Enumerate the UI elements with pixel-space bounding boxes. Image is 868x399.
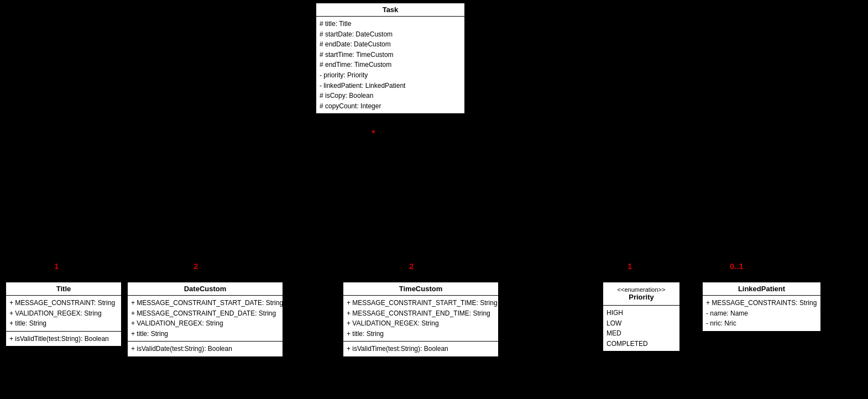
diagram-canvas: Task # title: Title # startDate: DateCus…	[0, 0, 868, 399]
class-title-attributes: + MESSAGE_CONSTRAINT: String + VALIDATIO…	[6, 296, 121, 332]
multiplicity-title: 1	[54, 261, 59, 271]
class-timecustom-methods: + isValidTime(test:String): Boolean	[343, 342, 498, 356]
class-task: Task # title: Title # startDate: DateCus…	[316, 3, 465, 114]
class-priority-stereotype: <<enumeration>>	[608, 285, 675, 293]
class-timecustom: TimeCustom + MESSAGE_CONSTRAINT_START_TI…	[343, 282, 499, 357]
class-linkedpatient-header: LinkedPatient	[703, 282, 820, 296]
class-timecustom-header: TimeCustom	[343, 282, 498, 296]
multiplicity-priority: 1	[628, 261, 632, 271]
class-datecustom-header: DateCustom	[128, 282, 283, 296]
class-priority: <<enumeration>> Priority HIGH LOW MED CO…	[603, 282, 680, 351]
class-title-header: Title	[6, 282, 121, 296]
multiplicity-datecustom: 2	[194, 261, 198, 271]
class-title-methods: + isValidTitle(test:String): Boolean	[6, 332, 121, 347]
class-timecustom-attributes: + MESSAGE_CONSTRAINT_START_TIME: String …	[343, 296, 498, 342]
class-task-header: Task	[316, 3, 464, 17]
class-linkedpatient: LinkedPatient + MESSAGE_CONSTRAINTS: Str…	[702, 282, 821, 332]
multiplicity-linkedpatient: 0..1	[730, 261, 744, 271]
class-datecustom: DateCustom + MESSAGE_CONSTRAINT_START_DA…	[127, 282, 283, 357]
class-task-attributes: # title: Title # startDate: DateCustom #…	[316, 17, 464, 113]
class-priority-name: Priority	[608, 293, 675, 303]
multiplicity-timecustom: 2	[409, 261, 414, 271]
class-datecustom-methods: + isValidDate(test:String): Boolean	[128, 342, 283, 356]
class-title: Title + MESSAGE_CONSTRAINT: String + VAL…	[6, 282, 122, 347]
class-linkedpatient-attributes: + MESSAGE_CONSTRAINTS: String - name: Na…	[703, 296, 820, 331]
class-datecustom-attributes: + MESSAGE_CONSTRAINT_START_DATE: String …	[128, 296, 283, 342]
class-priority-values: HIGH LOW MED COMPLETED	[603, 306, 679, 351]
multiplicity-star: *	[372, 128, 375, 139]
class-priority-header: <<enumeration>> Priority	[603, 282, 679, 306]
